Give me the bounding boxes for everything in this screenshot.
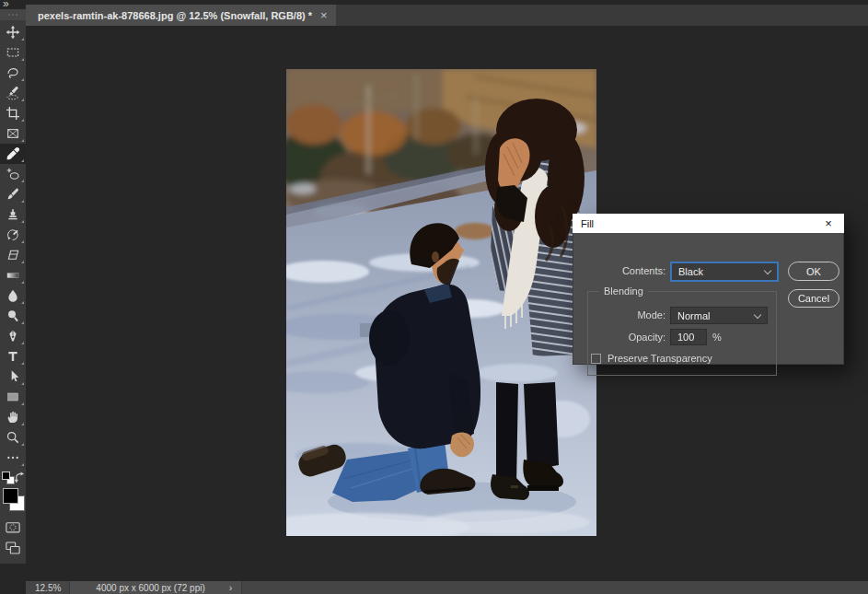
pen-tool[interactable] — [0, 326, 26, 346]
tool-flyout-indicator — [21, 362, 24, 365]
type-tool[interactable] — [0, 346, 26, 367]
tool-list — [0, 22, 26, 468]
zoom-tool[interactable] — [0, 427, 26, 448]
document-tab[interactable]: pexels-ramtin-ak-878668.jpg @ 12.5% (Sno… — [26, 5, 336, 26]
tool-flyout-indicator — [21, 78, 24, 81]
contents-select[interactable]: Black — [670, 262, 779, 282]
fill-dialog: Fill × Contents: Black OK Cancel Blendin… — [573, 214, 844, 365]
tool-flyout-indicator — [21, 463, 24, 466]
opacity-unit: % — [712, 332, 722, 343]
crop-tool[interactable] — [0, 103, 26, 123]
tool-flyout-indicator — [21, 281, 24, 284]
dodge-tool[interactable] — [0, 306, 26, 326]
quick-mask-button[interactable] — [0, 518, 26, 538]
photo-proposal-in-snow[interactable] — [286, 69, 596, 536]
cancel-button[interactable]: Cancel — [788, 289, 839, 308]
tool-flyout-indicator — [21, 58, 24, 61]
screen-mode-button[interactable] — [0, 538, 26, 558]
tool-flyout-indicator — [21, 38, 24, 41]
document-canvas[interactable]: Fill × Contents: Black OK Cancel Blendin… — [26, 26, 868, 581]
tool-flyout-indicator — [21, 321, 24, 324]
color-swatches — [0, 486, 26, 518]
tool-flyout-indicator — [21, 240, 24, 243]
preserve-transparency-checkbox[interactable] — [591, 354, 601, 364]
contents-selected-value: Black — [678, 266, 703, 277]
tool-flyout-indicator — [21, 200, 24, 203]
ok-button[interactable]: OK — [788, 262, 839, 281]
tool-flyout-indicator — [21, 159, 24, 162]
document-tab-bar: pexels-ramtin-ak-878668.jpg @ 12.5% (Sno… — [26, 5, 868, 26]
tool-flyout-indicator — [21, 180, 24, 182]
tool-flyout-indicator — [21, 139, 24, 142]
document-dimensions: 4000 px x 6000 px (72 ppi) — [96, 583, 204, 593]
history-brush-tool[interactable] — [0, 225, 26, 245]
preserve-transparency-label: Preserve Transparency — [608, 353, 712, 364]
quick-selection-tool[interactable] — [0, 83, 26, 103]
zoom-level-field[interactable]: 12.5% — [26, 581, 69, 594]
tool-flyout-indicator — [21, 99, 24, 101]
opacity-input[interactable] — [670, 329, 707, 345]
default-colors-icon[interactable] — [2, 472, 14, 483]
clone-stamp-tool[interactable] — [0, 204, 26, 225]
tool-flyout-indicator — [21, 119, 24, 122]
tool-flyout-indicator — [21, 443, 24, 446]
rectangle-tool[interactable] — [0, 387, 26, 407]
tab-close-icon[interactable]: × — [320, 9, 328, 21]
dialog-close-icon[interactable]: × — [813, 214, 844, 233]
edit-toolbar[interactable] — [0, 448, 26, 468]
document-info-field[interactable]: 4000 px x 6000 px (72 ppi) › — [69, 581, 242, 594]
fill-dialog-title: Fill — [581, 218, 594, 229]
tool-flyout-indicator — [21, 402, 24, 405]
opacity-label: Opacity: — [599, 332, 665, 343]
blending-legend: Blending — [599, 285, 648, 297]
hand-tool[interactable] — [0, 407, 26, 427]
frame-tool[interactable] — [0, 123, 26, 144]
tool-flyout-indicator — [21, 220, 24, 223]
gradient-tool[interactable] — [0, 265, 26, 285]
spot-healing-brush-tool[interactable] — [0, 164, 26, 184]
foreground-color-swatch[interactable] — [3, 488, 18, 504]
tool-flyout-indicator — [21, 261, 24, 263]
photoshop-window: » pexels-ramtin-ak-878668.jpg @ 12.5% (S… — [0, 0, 868, 594]
move-tool[interactable] — [0, 22, 26, 42]
brush-tool[interactable] — [0, 184, 26, 204]
chevron-down-icon — [754, 310, 761, 318]
tools-panel — [0, 9, 26, 564]
tool-flyout-indicator — [21, 382, 24, 385]
swap-colors-icon[interactable] — [14, 471, 26, 483]
eraser-tool[interactable] — [0, 245, 26, 265]
status-bar: 12.5% 4000 px x 6000 px (72 ppi) › — [26, 581, 868, 594]
chevron-down-icon — [764, 267, 771, 274]
fill-dialog-body: Contents: Black OK Cancel Blending Mode:… — [573, 233, 844, 365]
tools-panel-grip[interactable] — [0, 9, 26, 20]
lasso-tool[interactable] — [0, 63, 26, 83]
mode-selected-value: Normal — [677, 310, 710, 321]
tool-flyout-indicator — [21, 342, 24, 344]
tool-flyout-indicator — [21, 301, 24, 304]
rectangular-marquee-tool[interactable] — [0, 42, 26, 63]
status-popup-chevron-icon[interactable]: › — [229, 582, 233, 593]
mode-label: Mode: — [599, 309, 665, 320]
mode-select[interactable]: Normal — [670, 307, 768, 324]
eyedropper-tool[interactable] — [0, 144, 26, 164]
blur-tool[interactable] — [0, 285, 26, 306]
document-tab-title: pexels-ramtin-ak-878668.jpg @ 12.5% (Sno… — [38, 10, 312, 21]
path-selection-tool[interactable] — [0, 367, 26, 387]
tool-flyout-indicator — [21, 423, 24, 425]
contents-label: Contents: — [599, 265, 665, 276]
fill-dialog-titlebar[interactable]: Fill × — [573, 214, 844, 233]
